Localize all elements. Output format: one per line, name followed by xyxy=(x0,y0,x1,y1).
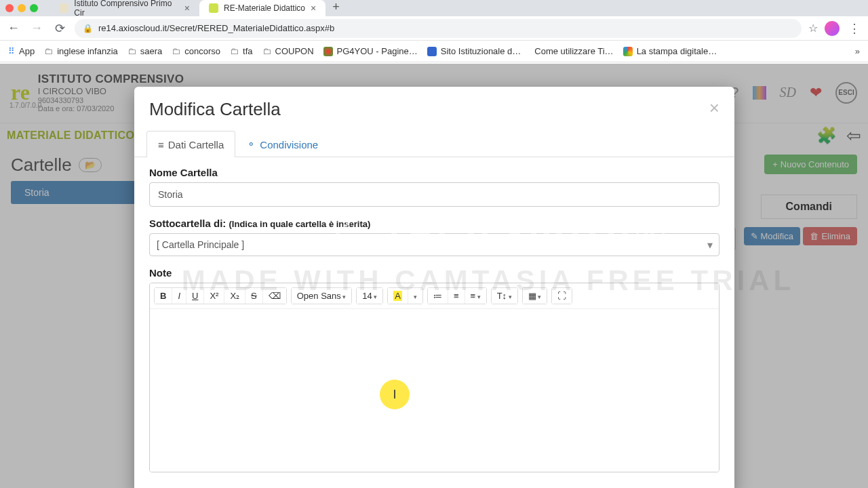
editor-textarea[interactable] xyxy=(150,309,719,472)
table-button[interactable]: ▦ xyxy=(523,288,547,304)
eraser-button[interactable]: ⌫ xyxy=(263,288,286,304)
tab-dati-cartella[interactable]: ≡ Dati Cartella xyxy=(146,131,235,157)
ol-button[interactable]: ≡ xyxy=(448,288,465,304)
align-button[interactable]: ≡ xyxy=(465,288,486,304)
close-icon[interactable]: × xyxy=(184,3,190,14)
star-icon[interactable]: ☆ xyxy=(808,22,818,35)
italic-button[interactable]: I xyxy=(172,288,186,304)
cursor-highlight: I xyxy=(380,380,410,409)
sottocartella-label: Sottocartella di: (Indica in quale carte… xyxy=(149,218,719,229)
font-size-select[interactable]: 14 xyxy=(357,288,382,304)
favicon-icon xyxy=(209,3,218,13)
bookmark-item[interactable]: PG4YOU - Pagine… xyxy=(323,46,418,56)
new-tab-button[interactable]: + xyxy=(326,0,347,16)
share-icon: ⚬ xyxy=(247,138,256,150)
profile-avatar[interactable] xyxy=(825,21,840,36)
superscript-button[interactable]: X² xyxy=(204,288,224,304)
tab-title: RE-Materiale Didattico xyxy=(224,3,305,13)
editor-toolbar: B I U X² X₂ S ⌫ Open Sans 14 A xyxy=(150,283,719,309)
macos-zoom-icon[interactable] xyxy=(30,4,38,12)
bookmark-item[interactable]: Come utilizzare Ti… xyxy=(530,46,613,56)
font-family-select[interactable]: Open Sans xyxy=(292,288,352,304)
forward-icon: → xyxy=(28,21,45,35)
nome-cartella-input[interactable] xyxy=(149,182,719,207)
bookmark-item[interactable]: 🗀inglese infanzia xyxy=(44,46,118,56)
modifica-cartella-modal: Modifica Cartella × ≡ Dati Cartella ⚬ Co… xyxy=(134,87,734,488)
subscript-button[interactable]: X₂ xyxy=(224,288,245,304)
nome-cartella-label: Nome Cartella xyxy=(149,167,719,178)
close-icon[interactable]: × xyxy=(311,3,316,14)
url-text: re14.axioscloud.it/Secret/RERED_Material… xyxy=(98,23,334,33)
browser-tab[interactable]: Istituto Comprensivo Primo Cir × xyxy=(50,0,199,16)
browser-tab-active[interactable]: RE-Materiale Didattico × xyxy=(199,0,326,16)
ul-button[interactable]: ≔ xyxy=(428,288,448,304)
text-color-button[interactable]: A xyxy=(388,288,408,304)
bookmarks-overflow[interactable]: » xyxy=(855,46,860,56)
bookmark-item[interactable]: 🗀concorso xyxy=(172,46,220,56)
apps-button[interactable]: ⠿App xyxy=(8,46,35,56)
tab-title: Istituto Comprensivo Primo Cir xyxy=(74,0,179,18)
underline-button[interactable]: U xyxy=(186,288,204,304)
reload-icon[interactable]: ⟳ xyxy=(52,21,68,36)
browser-tab-bar: Istituto Comprensivo Primo Cir × RE-Mate… xyxy=(0,0,868,16)
strike-button[interactable]: S xyxy=(245,288,263,304)
favicon-icon xyxy=(60,3,68,13)
fullscreen-button[interactable]: ⛶ xyxy=(552,288,572,304)
bookmarks-bar: ⠿App 🗀inglese infanzia 🗀saera 🗀concorso … xyxy=(0,41,868,62)
sottocartella-select[interactable]: [ Cartella Principale ] xyxy=(149,233,719,256)
modal-title: Modifica Cartella xyxy=(149,99,281,120)
bookmark-item[interactable]: La stampa digitale… xyxy=(623,46,717,56)
macos-minimize-icon[interactable] xyxy=(18,4,26,12)
note-label: Note xyxy=(149,267,719,279)
rich-text-editor: B I U X² X₂ S ⌫ Open Sans 14 A xyxy=(149,283,719,472)
bookmark-item[interactable]: 🗀saera xyxy=(127,46,163,56)
lock-icon: 🔒 xyxy=(83,24,93,33)
bookmark-item[interactable]: 🗀COUPON xyxy=(262,46,314,56)
tab-condivisione[interactable]: ⚬ Condivisione xyxy=(235,131,330,157)
macos-close-icon[interactable] xyxy=(5,4,14,12)
lineheight-button[interactable]: T↕ xyxy=(492,288,517,304)
close-icon[interactable]: × xyxy=(709,99,719,117)
bookmark-item[interactable]: Sito Istituzionale d… xyxy=(427,46,521,56)
list-icon: ≡ xyxy=(158,139,164,150)
menu-icon[interactable]: ⋮ xyxy=(846,21,863,36)
text-color-dropdown[interactable] xyxy=(408,288,422,304)
address-bar: ← → ⟳ 🔒 re14.axioscloud.it/Secret/RERED_… xyxy=(0,16,868,41)
back-icon[interactable]: ← xyxy=(5,21,22,35)
bookmark-item[interactable]: 🗀tfa xyxy=(230,46,252,56)
url-input[interactable]: 🔒 re14.axioscloud.it/Secret/RERED_Materi… xyxy=(75,19,802,38)
bold-button[interactable]: B xyxy=(155,288,172,304)
